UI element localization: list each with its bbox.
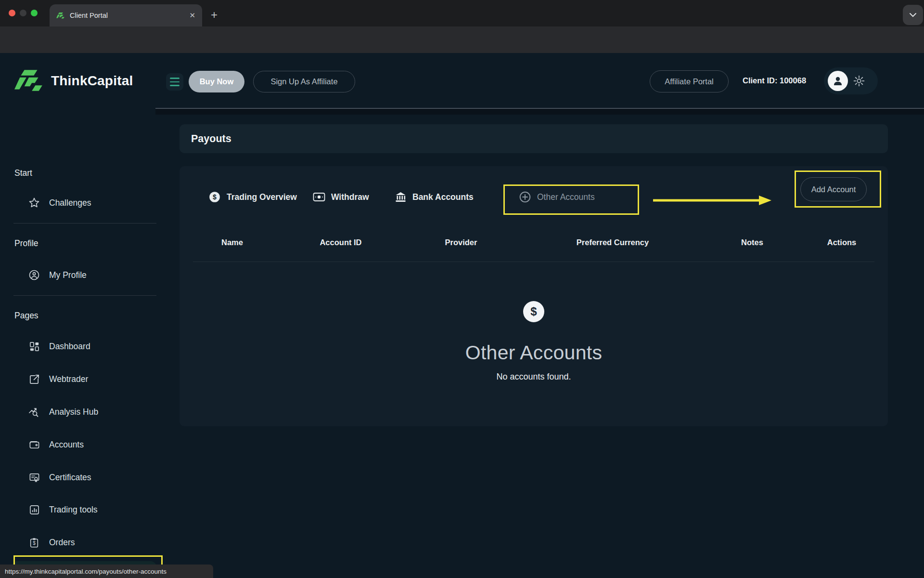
dollar-filled-icon: $ [208,191,221,203]
buy-now-button[interactable]: Buy Now [189,71,244,92]
tab-withdraw[interactable]: Withdraw [313,188,369,206]
thinkcapital-logo-icon [14,69,44,93]
user-circle-icon [28,269,40,281]
tab-label: Bank Accounts [412,192,474,202]
sign-up-affiliate-button[interactable]: Sign Up As Affiliate [253,71,355,92]
sidebar-item-label: Webtrader [49,374,88,384]
dashboard-grid-icon [28,341,40,352]
sidebar-item-certificates[interactable]: Certificates [0,464,167,491]
svg-text:$: $ [33,540,36,546]
tab-label: Other Accounts [537,192,595,202]
traffic-light-zoom[interactable] [31,10,38,16]
sidebar: Start Challenges Profile My Profile Page… [0,108,167,578]
sidebar-item-label: Orders [49,538,75,548]
user-icon [832,75,844,87]
sidebar-item-trading-tools[interactable]: Trading tools [0,496,167,523]
affiliate-portal-button[interactable]: Affiliate Portal [650,70,729,92]
tab-title: Client Portal [70,12,184,19]
chevron-down-icon [910,13,916,17]
status-url: https://my.thinkcapitalportal.com/payout… [5,568,167,575]
sidebar-section-start: Start [14,168,32,178]
sidebar-toggle-button[interactable] [166,73,183,91]
gear-icon[interactable] [853,75,865,87]
banknote-icon [313,192,325,202]
dollar-circle-icon: $ [523,301,544,322]
browser-tab-strip: Client Portal ✕ + [0,0,924,26]
browser-tab[interactable]: Client Portal ✕ [50,4,202,26]
annotation-arrow [652,194,772,207]
client-portal-app: ThinkCapital Buy Now Sign Up As Affiliat… [0,53,924,578]
page-title: Payouts [191,133,231,145]
sidebar-item-label: My Profile [49,270,87,280]
traffic-light-minimize[interactable] [20,10,26,16]
sidebar-item-label: Accounts [49,440,84,450]
sidebar-item-webtrader[interactable]: Webtrader [0,366,167,393]
sidebar-item-my-profile[interactable]: My Profile [0,262,167,289]
column-header-provider: Provider [406,238,516,247]
avatar[interactable] [828,71,848,91]
tab-search-button[interactable] [903,5,923,25]
sidebar-section-pages: Pages [14,311,38,321]
page-title-bar: Payouts [180,124,888,153]
sidebar-item-orders[interactable]: $ Orders [0,529,167,556]
add-account-button[interactable]: Add Account [800,177,867,201]
svg-text:$: $ [213,193,217,201]
sidebar-item-accounts[interactable]: Accounts [0,431,167,458]
content-top-divider [155,108,924,115]
tab-other-accounts[interactable]: Other Accounts [519,188,595,206]
wallet-icon [28,439,40,450]
sidebar-item-label: Certificates [49,473,91,483]
bank-icon [395,191,407,203]
star-icon [28,197,40,209]
column-header-name: Name [180,238,276,247]
external-link-icon [28,374,40,385]
sidebar-divider [13,295,156,296]
column-header-notes: Notes [709,238,796,247]
brand-name: ThinkCapital [51,73,133,89]
tab-bank-accounts[interactable]: Bank Accounts [395,188,474,206]
app-header: ThinkCapital Buy Now Sign Up As Affiliat… [0,53,924,108]
clipboard-dollar-icon: $ [28,537,40,548]
user-menu [824,67,878,94]
column-header-actions: Actions [796,238,888,247]
traffic-light-close[interactable] [9,10,15,16]
tab-close-icon[interactable]: ✕ [189,11,195,20]
client-id-label: Client ID: 100068 [743,76,806,85]
empty-state: $ Other Accounts No accounts found. [180,301,888,382]
empty-state-message: No accounts found. [496,372,571,382]
column-header-preferred-currency: Preferred Currency [516,238,709,247]
new-tab-button[interactable]: + [211,9,218,21]
browser-status-bar: https://my.thinkcapitalportal.com/payout… [0,565,213,578]
column-header-account-id: Account ID [276,238,406,247]
bar-chart-box-icon [28,504,40,515]
sidebar-item-label: Analysis Hub [49,407,98,417]
tab-trading-overview[interactable]: $ Trading Overview [208,188,297,206]
sidebar-section-profile: Profile [14,238,38,249]
table-header-divider [193,262,874,262]
analysis-chart-icon [28,406,40,418]
certificate-icon [28,472,40,483]
payouts-card: $ Trading Overview Withdraw Bank Account… [180,166,888,426]
empty-state-title: Other Accounts [465,342,603,364]
favicon-thinkcapital [56,12,65,19]
browser-toolbar: https://my.thinkcapitalportal.com/payout… [0,26,924,53]
sidebar-item-dashboard[interactable]: Dashboard [0,333,167,360]
sidebar-item-challenges[interactable]: Challenges [0,189,167,216]
sidebar-item-label: Trading tools [49,505,98,515]
tab-label: Trading Overview [227,192,297,202]
sidebar-item-label: Challenges [49,198,91,208]
circle-plus-icon [519,191,531,203]
sidebar-item-analysis-hub[interactable]: Analysis Hub [0,398,167,425]
brand[interactable]: ThinkCapital [14,69,133,93]
table-header-row: Name Account ID Provider Preferred Curre… [180,229,888,256]
tab-label: Withdraw [331,192,369,202]
sidebar-divider [13,223,156,223]
sidebar-item-label: Dashboard [49,342,90,352]
